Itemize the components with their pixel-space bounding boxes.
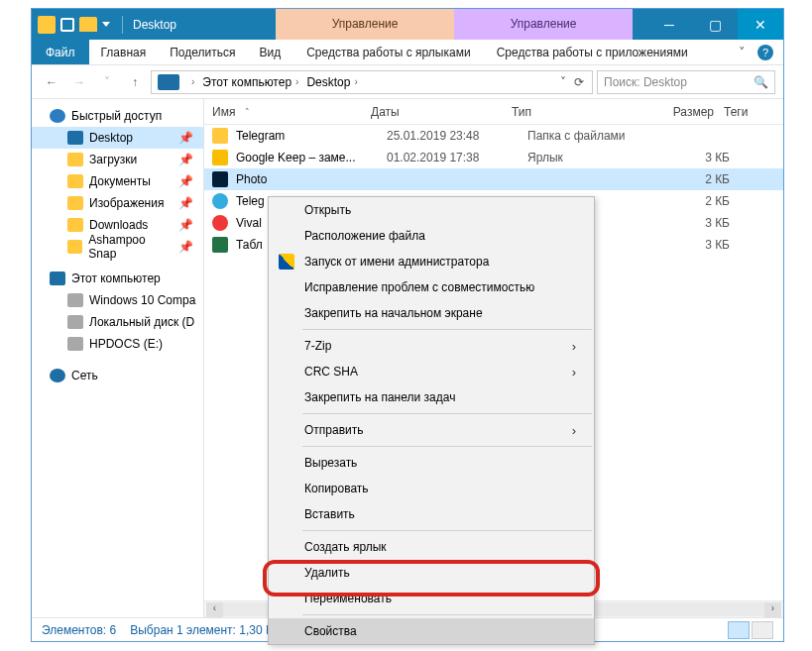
tab-view[interactable]: Вид: [247, 40, 292, 64]
nav-ashampoo-snap[interactable]: Ashampoo Snap📌: [32, 236, 203, 258]
cm-send-to[interactable]: Отправить›: [269, 417, 594, 443]
nav-desktop[interactable]: Desktop📌: [32, 127, 203, 149]
maximize-button[interactable]: ▢: [692, 9, 738, 40]
refresh-icon[interactable]: ⟳: [574, 75, 584, 89]
breadcrumb-desktop[interactable]: Desktop›: [302, 75, 361, 89]
pin-icon: 📌: [178, 218, 193, 232]
submenu-arrow-icon: ›: [572, 339, 576, 354]
qat: [32, 16, 116, 34]
ctx-tab-app-tools[interactable]: Управление: [454, 9, 633, 40]
nav-win10-disk[interactable]: Windows 10 Compa: [32, 289, 203, 311]
address-row: ← → ˅ ↑ › Этот компьютер› Desktop› ˅ ⟳ П…: [32, 65, 783, 99]
cm-create-shortcut[interactable]: Создать ярлык: [269, 534, 594, 560]
minimize-button[interactable]: ─: [646, 9, 692, 40]
vivaldi-icon: [212, 215, 228, 231]
cm-crc-sha[interactable]: CRC SHA›: [269, 359, 594, 384]
window-controls: ─ ▢ ✕: [646, 9, 783, 40]
breadcrumb-gt[interactable]: ›: [183, 76, 198, 87]
folder-icon: [212, 128, 228, 144]
file-row[interactable]: Google Keep – заме...01.02.2019 17:38Ярл…: [204, 147, 783, 168]
separator: [302, 530, 592, 531]
tab-file[interactable]: Файл: [32, 40, 89, 64]
help-icon[interactable]: ?: [757, 45, 773, 60]
pin-icon: 📌: [178, 196, 193, 210]
cm-cut[interactable]: Вырезать: [269, 450, 594, 476]
col-name[interactable]: Имя˄: [212, 105, 371, 119]
contextual-tabs-header: Управление Управление: [276, 9, 633, 40]
tab-app-tools[interactable]: Средства работы с приложениями: [485, 40, 700, 64]
column-headers: Имя˄ Даты Тип Размер Теги: [204, 99, 783, 125]
breadcrumb-this-pc[interactable]: Этот компьютер›: [198, 75, 302, 89]
separator: [302, 446, 592, 447]
file-row[interactable]: Telegram25.01.2019 23:48Папка с файлами: [204, 125, 783, 147]
nav-history-dropdown[interactable]: ˅: [95, 70, 119, 94]
cm-copy[interactable]: Копировать: [269, 476, 594, 501]
nav-documents[interactable]: Документы📌: [32, 170, 203, 192]
nav-forward-button[interactable]: →: [67, 70, 91, 94]
window-title: Desktop: [133, 18, 176, 32]
large-icons-view-button[interactable]: [752, 621, 773, 639]
nav-pictures[interactable]: Изображения📌: [32, 192, 203, 214]
cm-run-admin[interactable]: Запуск от имени администратора: [269, 249, 594, 274]
cm-open[interactable]: Открыть: [269, 197, 594, 223]
navigation-pane: Быстрый доступ Desktop📌 Загрузки📌 Докуме…: [32, 99, 204, 617]
photoshop-icon: [212, 171, 228, 187]
nav-this-pc[interactable]: Этот компьютер: [32, 268, 203, 289]
new-folder-qat-icon[interactable]: [79, 17, 97, 32]
cm-troubleshoot[interactable]: Исправление проблем с совместимостью: [269, 274, 594, 300]
context-menu: Открыть Расположение файла Запуск от име…: [268, 196, 595, 645]
star-icon: [50, 109, 65, 123]
cm-pin-taskbar[interactable]: Закрепить на панели задач: [269, 384, 594, 410]
pin-icon: 📌: [178, 153, 193, 166]
tab-shortcut-tools[interactable]: Средства работы с ярлыками: [294, 40, 482, 64]
this-pc-icon: [50, 271, 65, 285]
keep-icon: [212, 150, 228, 165]
separator: [122, 16, 123, 34]
col-size[interactable]: Размер: [640, 105, 724, 119]
search-input[interactable]: Поиск: Desktop 🔍: [597, 70, 775, 94]
nav-back-button[interactable]: ←: [40, 70, 63, 94]
pin-icon: 📌: [178, 174, 193, 188]
address-bar[interactable]: › Этот компьютер› Desktop› ˅ ⟳: [151, 70, 593, 94]
network-icon: [50, 369, 65, 382]
pin-icon: 📌: [178, 240, 193, 254]
cm-paste[interactable]: Вставить: [269, 501, 594, 527]
properties-qat-icon[interactable]: [60, 18, 74, 32]
scroll-left-button[interactable]: ‹: [206, 602, 223, 617]
explorer-icon[interactable]: [38, 16, 56, 34]
nav-local-disk[interactable]: Локальный диск (D: [32, 311, 203, 333]
shield-icon: [279, 254, 294, 270]
address-dropdown-icon[interactable]: ˅: [560, 75, 566, 89]
titlebar: Desktop Управление Управление ─ ▢ ✕: [32, 9, 783, 40]
cm-open-location[interactable]: Расположение файла: [269, 223, 594, 249]
cm-pin-start[interactable]: Закрепить на начальном экране: [269, 300, 594, 326]
desktop-icon: [67, 131, 83, 145]
cm-7zip[interactable]: 7-Zip›: [269, 333, 594, 359]
nav-up-button[interactable]: ↑: [123, 70, 147, 94]
tab-share[interactable]: Поделиться: [158, 40, 247, 64]
separator: [302, 413, 592, 414]
col-type[interactable]: Тип: [512, 105, 640, 119]
ribbon-tabs: Файл Главная Поделиться Вид Средства раб…: [32, 40, 783, 65]
file-row-selected[interactable]: Photo2 КБ: [204, 168, 783, 190]
col-date[interactable]: Даты: [371, 105, 512, 119]
nav-hpdocs-disk[interactable]: HPDOCS (E:): [32, 333, 203, 355]
col-tags[interactable]: Теги: [724, 105, 783, 119]
cm-properties[interactable]: Свойства: [269, 618, 594, 644]
disk-icon: [67, 293, 83, 307]
scroll-right-button[interactable]: ›: [764, 602, 781, 617]
qat-dropdown-icon[interactable]: [102, 22, 110, 27]
status-selection: Выбран 1 элемент: 1,30 КБ: [130, 623, 281, 637]
nav-quick-access[interactable]: Быстрый доступ: [32, 105, 203, 127]
tab-home[interactable]: Главная: [89, 40, 159, 64]
nav-network[interactable]: Сеть: [32, 365, 203, 386]
details-view-button[interactable]: [728, 621, 750, 639]
submenu-arrow-icon: ›: [572, 365, 576, 380]
cm-rename[interactable]: Переименовать: [269, 586, 594, 611]
status-item-count: Элементов: 6: [42, 623, 116, 637]
close-button[interactable]: ✕: [738, 9, 783, 40]
ribbon-collapse-icon[interactable]: ˅: [739, 45, 746, 59]
ctx-tab-shortcut-tools[interactable]: Управление: [276, 9, 454, 40]
cm-delete[interactable]: Удалить: [269, 560, 594, 586]
nav-downloads-ru[interactable]: Загрузки📌: [32, 149, 203, 170]
